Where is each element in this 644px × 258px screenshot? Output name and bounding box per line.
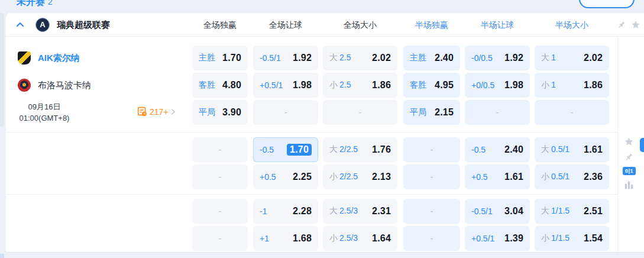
home-team-row[interactable]: AIK索尔纳 xyxy=(6,46,189,70)
odds-line: 小1/1.5 xyxy=(541,233,569,244)
odds-value: 1.86 xyxy=(584,80,603,91)
dash: - xyxy=(219,207,222,216)
odds-cell[interactable]: 平局2.15 xyxy=(403,100,460,125)
odds-cell[interactable]: 大2.5/32.31 xyxy=(323,199,397,224)
pin-icon[interactable] xyxy=(617,20,626,30)
odds-cell[interactable]: 大2/2.51.76 xyxy=(323,137,397,162)
odds-line: 客胜 xyxy=(199,80,215,91)
odds-line: 小1 xyxy=(541,80,556,91)
odds-line: 平局 xyxy=(410,107,426,118)
block-divider xyxy=(6,132,617,133)
odds-cell[interactable]: -0/0.51.92 xyxy=(465,46,530,70)
odds-cell[interactable]: 小2.5/31.64 xyxy=(323,226,397,251)
odds-value: 2.02 xyxy=(584,53,603,63)
line-value: +0/0.5 xyxy=(471,80,494,90)
odds-cell[interactable]: -0.5/13.04 xyxy=(465,199,530,224)
odds-value: 1.54 xyxy=(584,233,603,244)
odds-cell[interactable]: 客胜4.95 xyxy=(403,73,460,98)
odds-cell[interactable]: 小2.51.86 xyxy=(323,73,397,98)
odds-cell[interactable]: 小2/2.52.13 xyxy=(323,165,397,189)
pin-match-icon[interactable] xyxy=(624,152,634,162)
odds-value: 2.40 xyxy=(435,53,454,63)
odds-line: 小2.5/3 xyxy=(329,233,358,244)
column-header-half-overunder[interactable]: 半场大小 xyxy=(535,13,609,37)
dash: - xyxy=(431,234,433,243)
dash: - xyxy=(359,108,362,117)
odds-value: 1.92 xyxy=(293,53,312,63)
odds-cell[interactable]: +0.5/11.98 xyxy=(253,73,318,98)
star-icon[interactable] xyxy=(631,20,640,30)
odds-cell[interactable]: 客胜4.80 xyxy=(192,73,248,98)
floating-button-sliver[interactable] xyxy=(640,138,644,152)
odds-value: 1.61 xyxy=(584,144,603,155)
line-value: 2/2.5 xyxy=(339,172,358,181)
line-value: 2.5/3 xyxy=(339,206,358,215)
away-team-row[interactable]: 布洛马波卡纳 xyxy=(6,73,189,98)
league-card: A 瑞典超级联赛 全场独赢 全场让球 全场大小 半场独赢 半场让球 半场大小 A… xyxy=(6,13,644,253)
ou-prefix: 小 xyxy=(541,172,549,181)
more-markets-link[interactable]: 217+ xyxy=(137,107,177,117)
rail-divider xyxy=(617,37,618,253)
away-team-name[interactable]: 布洛马波卡纳 xyxy=(38,80,91,91)
truncated-pill-button[interactable] xyxy=(579,0,635,8)
odds-value: 1.92 xyxy=(504,53,523,63)
odds-cell[interactable]: -0.5/11.92 xyxy=(253,46,318,70)
odds-cell[interactable]: +0/0.51.98 xyxy=(465,73,530,98)
odds-line: 大0.5/1 xyxy=(541,144,569,155)
stats-bar-chart-icon[interactable] xyxy=(624,180,634,190)
odds-line: +0.5 xyxy=(471,172,488,182)
chevron-up-icon[interactable] xyxy=(15,20,25,30)
odds-cell[interactable]: 大1/1.52.51 xyxy=(535,199,609,224)
odds-cell[interactable]: +0.5/11.39 xyxy=(465,226,530,251)
odds-cell[interactable]: +0.51.61 xyxy=(465,165,530,189)
vertical-scrollbar[interactable] xyxy=(0,13,4,127)
line-value: 客胜 xyxy=(199,80,215,89)
odds-cell[interactable]: 大12.02 xyxy=(535,46,609,70)
home-team-name[interactable]: AIK索尔纳 xyxy=(38,53,80,64)
odds-cell[interactable]: 平局3.90 xyxy=(192,100,248,125)
odds-cell[interactable]: +0.52.25 xyxy=(253,165,318,189)
odds-cell[interactable]: 小11.86 xyxy=(535,73,609,98)
odds-cell[interactable]: -0.52.40 xyxy=(465,137,530,162)
odds-cell[interactable]: 大0.5/11.61 xyxy=(535,137,609,162)
odds-line: 大1/1.5 xyxy=(541,206,569,217)
markets-count: 217+ xyxy=(150,107,169,117)
odds-cell[interactable]: +11.68 xyxy=(253,226,318,251)
odds-cell[interactable]: -0.51.70 xyxy=(253,137,318,162)
dash: - xyxy=(431,207,433,216)
odds-cell[interactable]: 小0.5/12.36 xyxy=(535,165,609,189)
odds-cell[interactable]: 主胜1.70 xyxy=(192,46,248,70)
empty-odds-cell: - xyxy=(403,226,460,251)
favorite-star-icon[interactable] xyxy=(624,137,634,147)
odds-format-badge[interactable]: 0|1 xyxy=(623,167,636,175)
line-value: -0.5/1 xyxy=(471,207,493,216)
tab-not-started[interactable]: 未开赛2 xyxy=(17,0,53,8)
odds-line: 平局 xyxy=(199,107,215,118)
odds-cell[interactable]: 主胜2.40 xyxy=(403,46,460,70)
line-value: 主胜 xyxy=(410,53,426,62)
dash: - xyxy=(431,172,433,182)
column-header-full-overunder: 全场大小 xyxy=(323,13,397,37)
odds-line: -0/0.5 xyxy=(471,53,493,63)
line-value: +0.5 xyxy=(471,172,488,182)
odds-value: 1.61 xyxy=(504,172,523,182)
empty-odds-cell: - xyxy=(535,100,609,125)
markets-list-icon xyxy=(137,107,147,117)
odds-value: 1.98 xyxy=(504,80,523,91)
line-value: 1 xyxy=(551,80,556,89)
odds-cell[interactable]: 小1/1.51.54 xyxy=(535,226,609,251)
empty-odds-cell: - xyxy=(192,199,248,224)
ou-prefix: 小 xyxy=(329,80,338,89)
block-divider xyxy=(6,194,617,195)
kickoff-date: 09月16日 xyxy=(9,101,79,112)
ou-prefix: 大 xyxy=(329,206,338,215)
odds-cell[interactable]: 大2.52.02 xyxy=(323,46,397,70)
odds-line: -0.5 xyxy=(471,145,486,154)
dash: - xyxy=(571,108,574,117)
odds-line: +0.5 xyxy=(260,172,276,182)
odds-cell[interactable]: -12.28 xyxy=(253,199,318,224)
column-header-half-1x2[interactable]: 半场独赢 xyxy=(403,13,460,37)
ou-prefix: 大 xyxy=(329,144,338,154)
ou-prefix: 大 xyxy=(541,206,549,215)
column-header-half-handicap[interactable]: 半场让球 xyxy=(465,13,530,37)
